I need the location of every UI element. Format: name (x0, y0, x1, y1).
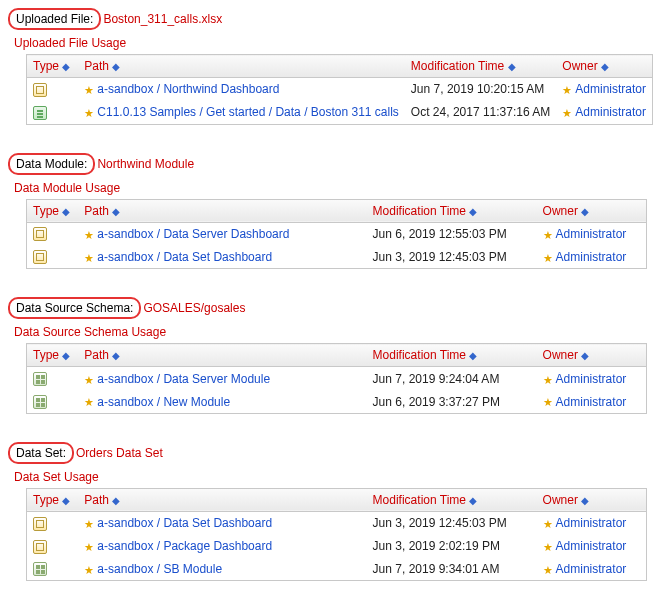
star-icon[interactable]: ★ (543, 396, 555, 408)
table-row: ★a-sandbox / Northwind DashboardJun 7, 2… (27, 78, 653, 101)
usage-table: Type ◆Path ◆Modification Time ◆Owner ◆★a… (26, 54, 653, 125)
module-icon (33, 372, 47, 386)
path-link[interactable]: a-sandbox / Package Dashboard (97, 539, 272, 553)
column-header-path[interactable]: Path ◆ (78, 199, 366, 222)
cell-type (27, 245, 79, 268)
owner-link[interactable]: Administrator (556, 227, 627, 241)
cell-modified: Jun 7, 2019 9:24:04 AM (367, 367, 537, 390)
usage-table: Type ◆Path ◆Modification Time ◆Owner ◆★a… (26, 199, 647, 270)
cell-modified: Jun 7, 2019 10:20:15 AM (405, 78, 556, 101)
owner-link[interactable]: Administrator (556, 562, 627, 576)
column-header-modified[interactable]: Modification Time ◆ (367, 199, 537, 222)
path-link[interactable]: a-sandbox / SB Module (97, 562, 222, 576)
table-row: ★a-sandbox / Data Server DashboardJun 6,… (27, 222, 647, 245)
owner-link[interactable]: Administrator (556, 539, 627, 553)
column-header-modified[interactable]: Modification Time ◆ (405, 55, 556, 78)
cell-type (27, 558, 79, 581)
cell-modified: Oct 24, 2017 11:37:16 AM (405, 101, 556, 124)
module-icon (33, 562, 47, 576)
star-icon[interactable]: ★ (543, 374, 555, 386)
star-icon[interactable]: ★ (84, 252, 96, 264)
star-icon[interactable]: ★ (84, 564, 96, 576)
owner-link[interactable]: Administrator (556, 372, 627, 386)
sort-icon[interactable]: ◆ (62, 350, 72, 360)
sort-icon[interactable]: ◆ (469, 206, 479, 216)
sort-icon[interactable]: ◆ (62, 495, 72, 505)
column-header-path[interactable]: Path ◆ (78, 55, 405, 78)
star-icon[interactable]: ★ (543, 541, 555, 553)
cell-path: ★a-sandbox / Northwind Dashboard (78, 78, 405, 101)
dashboard-icon (33, 517, 47, 531)
star-icon[interactable]: ★ (543, 518, 555, 530)
sort-icon[interactable]: ◆ (62, 206, 72, 216)
sort-icon[interactable]: ◆ (112, 61, 122, 71)
usage-title: Data Module Usage (14, 181, 655, 195)
star-icon[interactable]: ★ (84, 229, 96, 241)
section-label: Data Module: (8, 153, 95, 175)
sort-icon[interactable]: ◆ (112, 495, 122, 505)
column-header-type[interactable]: Type ◆ (27, 55, 79, 78)
sort-icon[interactable]: ◆ (601, 61, 611, 71)
star-icon[interactable]: ★ (562, 107, 574, 119)
owner-link[interactable]: Administrator (556, 516, 627, 530)
cell-path: ★C11.0.13 Samples / Get started / Data /… (78, 101, 405, 124)
sort-icon[interactable]: ◆ (469, 350, 479, 360)
cell-path: ★a-sandbox / SB Module (78, 558, 366, 581)
star-icon[interactable]: ★ (543, 564, 555, 576)
star-icon[interactable]: ★ (84, 518, 96, 530)
star-icon[interactable]: ★ (562, 84, 574, 96)
usage-table: Type ◆Path ◆Modification Time ◆Owner ◆★a… (26, 488, 647, 581)
star-icon[interactable]: ★ (84, 396, 96, 408)
star-icon[interactable]: ★ (543, 229, 555, 241)
dashboard-icon (33, 250, 47, 264)
cell-path: ★a-sandbox / New Module (78, 390, 366, 413)
star-icon[interactable]: ★ (84, 374, 96, 386)
table-row: ★a-sandbox / Data Set DashboardJun 3, 20… (27, 245, 647, 268)
section-header: Uploaded File:Boston_311_calls.xlsx (8, 8, 655, 30)
owner-link[interactable]: Administrator (556, 395, 627, 409)
star-icon[interactable]: ★ (84, 541, 96, 553)
path-link[interactable]: a-sandbox / Data Server Module (97, 372, 270, 386)
column-header-modified[interactable]: Modification Time ◆ (367, 488, 537, 511)
cell-type (27, 390, 79, 413)
cell-modified: Jun 3, 2019 12:45:03 PM (367, 511, 537, 534)
path-link[interactable]: C11.0.13 Samples / Get started / Data / … (97, 105, 399, 119)
column-header-modified[interactable]: Modification Time ◆ (367, 344, 537, 367)
owner-link[interactable]: Administrator (556, 250, 627, 264)
star-icon[interactable]: ★ (84, 107, 96, 119)
section-value: Boston_311_calls.xlsx (103, 12, 222, 26)
star-icon[interactable]: ★ (543, 252, 555, 264)
sort-icon[interactable]: ◆ (581, 495, 591, 505)
cell-type (27, 535, 79, 558)
section-header: Data Module:Northwind Module (8, 153, 655, 175)
column-header-owner[interactable]: Owner ◆ (537, 488, 647, 511)
path-link[interactable]: a-sandbox / New Module (97, 395, 230, 409)
star-icon[interactable]: ★ (84, 84, 96, 96)
sort-icon[interactable]: ◆ (62, 61, 72, 71)
path-link[interactable]: a-sandbox / Data Set Dashboard (97, 516, 272, 530)
column-header-type[interactable]: Type ◆ (27, 344, 79, 367)
column-header-path[interactable]: Path ◆ (78, 488, 366, 511)
column-header-type[interactable]: Type ◆ (27, 488, 79, 511)
sort-icon[interactable]: ◆ (469, 495, 479, 505)
cell-owner: ★Administrator (537, 245, 647, 268)
dashboard-icon (33, 83, 47, 97)
sort-icon[interactable]: ◆ (112, 206, 122, 216)
sort-icon[interactable]: ◆ (508, 61, 518, 71)
column-header-owner[interactable]: Owner ◆ (537, 344, 647, 367)
cell-type (27, 78, 79, 101)
column-header-owner[interactable]: Owner ◆ (537, 199, 647, 222)
column-header-type[interactable]: Type ◆ (27, 199, 79, 222)
sort-icon[interactable]: ◆ (581, 206, 591, 216)
path-link[interactable]: a-sandbox / Data Set Dashboard (97, 250, 272, 264)
owner-link[interactable]: Administrator (575, 105, 646, 119)
owner-link[interactable]: Administrator (575, 82, 646, 96)
cell-modified: Jun 3, 2019 12:45:03 PM (367, 245, 537, 268)
cell-path: ★a-sandbox / Data Server Module (78, 367, 366, 390)
path-link[interactable]: a-sandbox / Data Server Dashboard (97, 227, 289, 241)
sort-icon[interactable]: ◆ (112, 350, 122, 360)
column-header-owner[interactable]: Owner ◆ (556, 55, 652, 78)
path-link[interactable]: a-sandbox / Northwind Dashboard (97, 82, 279, 96)
column-header-path[interactable]: Path ◆ (78, 344, 366, 367)
sort-icon[interactable]: ◆ (581, 350, 591, 360)
